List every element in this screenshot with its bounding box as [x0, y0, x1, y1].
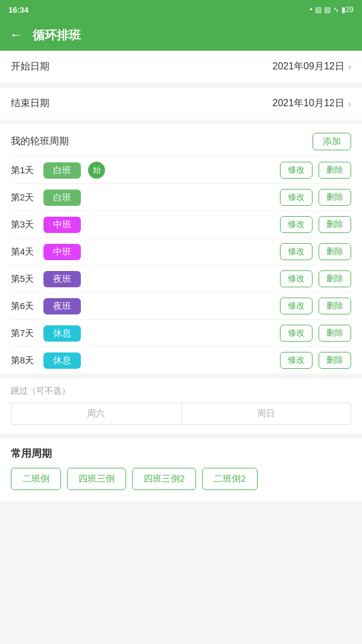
skip-saturday-button[interactable]: 周六 [11, 403, 181, 425]
start-date-value: 2021年09月12日 [272, 60, 344, 73]
skip-label: 跳过（可不选） [11, 386, 351, 397]
delete-shift-button-5[interactable]: 删除 [319, 270, 351, 287]
shift-row-1: 第1天白班始修改删除 [11, 156, 351, 183]
delete-shift-button-4[interactable]: 删除 [319, 243, 351, 260]
status-time: 16:34 [8, 5, 28, 14]
shift-row-8: 第8天休息修改删除 [11, 346, 351, 374]
edit-shift-button-6[interactable]: 修改 [280, 298, 313, 314]
signal-icon: ▧ [315, 5, 322, 14]
shift-start-indicator: 始 [88, 162, 105, 179]
shift-row-6: 第6天夜班修改删除 [11, 292, 351, 319]
status-bar: 16:34 • ▧ ▧ ∿ ▮29 [0, 0, 362, 19]
back-button[interactable]: ← [10, 27, 23, 43]
edit-shift-button-8[interactable]: 修改 [280, 352, 313, 369]
shift-badge-1: 白班 [43, 162, 81, 179]
end-date-row[interactable]: 结束日期 2021年10月12日 › [0, 88, 362, 120]
delete-shift-button-2[interactable]: 删除 [319, 189, 351, 206]
shift-badge-4: 中班 [43, 244, 81, 260]
edit-shift-button-1[interactable]: 修改 [280, 162, 313, 179]
end-date-card: 结束日期 2021年10月12日 › [0, 88, 362, 120]
delete-shift-button-1[interactable]: 删除 [319, 162, 351, 179]
edit-shift-button-3[interactable]: 修改 [280, 216, 313, 233]
app-header: ← 循环排班 [0, 19, 362, 51]
start-date-card: 开始日期 2021年09月12日 › [0, 51, 362, 83]
shift-badge-7: 休息 [43, 325, 81, 342]
shift-day-3: 第3天 [11, 219, 39, 231]
shift-row-7: 第7天休息修改删除 [11, 319, 351, 346]
edit-shift-button-4[interactable]: 修改 [280, 243, 313, 260]
end-date-chevron: › [348, 98, 351, 109]
shift-day-6: 第6天 [11, 301, 39, 312]
shift-day-7: 第7天 [11, 328, 39, 339]
common-period-button-2[interactable]: 四班三倒 [67, 468, 126, 490]
common-buttons-group: 二班倒四班三倒四班三倒2二班倒2 [11, 468, 351, 490]
start-date-chevron: › [348, 62, 351, 72]
shift-day-2: 第2天 [11, 192, 39, 203]
shift-badge-6: 夜班 [43, 298, 81, 314]
end-date-label: 结束日期 [11, 97, 49, 110]
end-date-value: 2021年10月12日 [272, 97, 344, 110]
start-date-row[interactable]: 开始日期 2021年09月12日 › [0, 51, 362, 83]
shift-badge-3: 中班 [43, 217, 81, 233]
common-period-button-3[interactable]: 四班三倒2 [132, 468, 196, 490]
delete-shift-button-7[interactable]: 删除 [319, 325, 351, 342]
start-date-value-group: 2021年09月12日 › [272, 60, 351, 73]
signal-icon2: ▧ [324, 5, 331, 14]
shift-day-4: 第4天 [11, 246, 39, 258]
main-content: 开始日期 2021年09月12日 › 结束日期 2021年10月12日 › 我的… [0, 51, 362, 501]
start-date-label: 开始日期 [11, 60, 49, 73]
shift-day-8: 第8天 [11, 355, 39, 366]
bluetooth-icon: • [310, 5, 312, 14]
page-title: 循环排班 [33, 27, 81, 43]
end-date-value-group: 2021年10月12日 › [272, 97, 351, 110]
shift-section-label: 我的轮班周期 [11, 135, 69, 148]
shift-row-5: 第5天夜班修改删除 [11, 265, 351, 292]
delete-shift-button-6[interactable]: 删除 [319, 298, 351, 314]
shift-row-2: 第2天白班修改删除 [11, 183, 351, 211]
edit-shift-button-7[interactable]: 修改 [280, 325, 313, 342]
shift-badge-5: 夜班 [43, 271, 81, 287]
status-icons: • ▧ ▧ ∿ ▮29 [310, 5, 354, 14]
wifi-icon: ∿ [333, 5, 339, 14]
common-title: 常用周期 [11, 447, 351, 461]
edit-shift-button-5[interactable]: 修改 [280, 270, 313, 287]
shift-badge-2: 白班 [43, 190, 81, 206]
delete-shift-button-8[interactable]: 删除 [319, 352, 351, 369]
add-shift-button[interactable]: 添加 [313, 133, 351, 150]
shift-row-3: 第3天中班修改删除 [11, 211, 351, 238]
shift-day-1: 第1天 [11, 165, 39, 176]
shift-section: 我的轮班周期 添加 第1天白班始修改删除第2天白班修改删除第3天中班修改删除第4… [0, 124, 362, 374]
shift-day-5: 第5天 [11, 273, 39, 285]
skip-section: 跳过（可不选） 周六 周日 [0, 378, 362, 433]
shift-rows-container: 第1天白班始修改删除第2天白班修改删除第3天中班修改删除第4天中班修改删除第5天… [11, 156, 351, 374]
skip-sunday-button[interactable]: 周日 [181, 403, 352, 425]
shift-section-header: 我的轮班周期 添加 [11, 124, 351, 156]
skip-buttons-group: 周六 周日 [11, 403, 351, 425]
common-period-button-4[interactable]: 二班倒2 [202, 468, 257, 490]
common-section: 常用周期 二班倒四班三倒四班三倒2二班倒2 [0, 438, 362, 501]
edit-shift-button-2[interactable]: 修改 [280, 189, 313, 206]
battery-icon: ▮29 [341, 5, 354, 14]
common-period-button-1[interactable]: 二班倒 [11, 468, 61, 490]
shift-badge-8: 休息 [43, 352, 81, 369]
delete-shift-button-3[interactable]: 删除 [319, 216, 351, 233]
shift-row-4: 第4天中班修改删除 [11, 238, 351, 265]
